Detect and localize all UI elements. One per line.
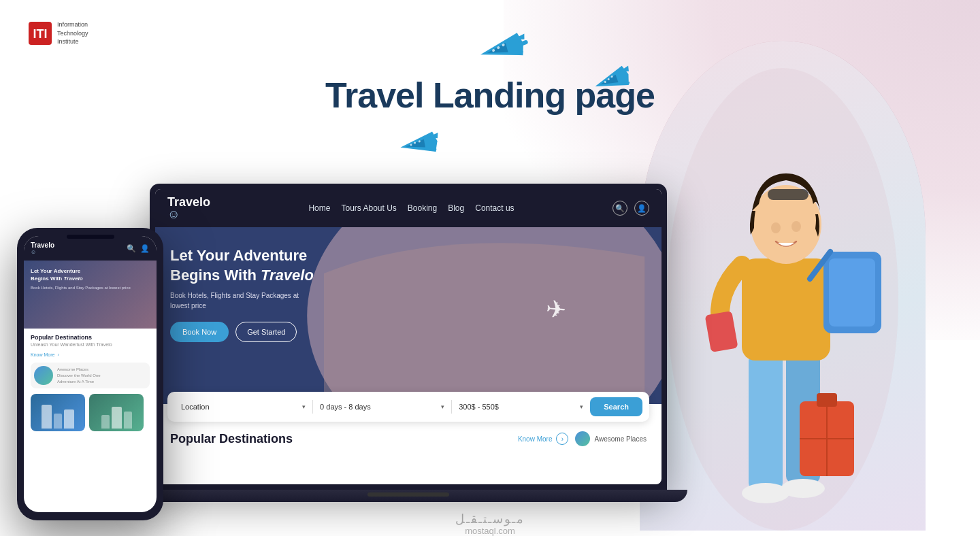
phone-notch [67,235,114,239]
hero-subtitle: Book Hotels, Flights and Stay Packages a… [170,290,306,311]
building-graphic-1 [31,394,85,431]
traveler-body [640,41,926,531]
page-title: Travel Landing page [325,75,655,116]
svg-point-29 [791,221,801,232]
phone-card-avatar [34,366,53,385]
awesome-places: Awesome Places [575,431,647,446]
watermark-url: mostaql.com [465,526,515,536]
price-field[interactable]: 300$ - 550$ ▾ [452,400,590,414]
svg-rect-27 [768,189,808,200]
duration-chevron-icon: ▾ [441,403,444,410]
hero-content: Let Your Adventure Begins With Travelo B… [170,246,647,342]
phone-frame: Travelo ☺ 🔍 👤 Let Your AdventureBegins W… [17,228,163,520]
know-more-arrow-icon: › [556,433,568,445]
phone-hero: Let Your AdventureBegins With Travelo Bo… [24,261,157,329]
nav-link-booking[interactable]: Booking [408,203,437,213]
laptop-base [129,490,687,502]
laptop-screen-outer: Travelo ☺ Home Tours About Us Booking Bl… [150,184,667,490]
laptop-mockup: Travelo ☺ Home Tours About Us Booking Bl… [150,184,667,517]
svg-rect-13 [749,354,783,490]
get-started-button[interactable]: Get Started [235,322,297,342]
phone-screen: Travelo ☺ 🔍 👤 Let Your AdventureBegins W… [24,236,157,512]
traveler-photo-area [619,0,946,531]
building-2-short [101,415,110,429]
building-1-tall [42,405,52,429]
phone-mockup: Travelo ☺ 🔍 👤 Let Your AdventureBegins W… [17,228,163,520]
phone-hero-title: Let Your AdventureBegins With Travelo [31,267,150,282]
phone-image-row [31,394,150,431]
awesome-places-avatar [575,431,590,446]
phone-popular-sub: Unleash Your Wanderlust With Travelo [31,342,150,347]
building-graphic-2 [89,394,144,431]
nav-link-blog[interactable]: Blog [448,203,464,213]
svg-point-28 [771,222,781,233]
phone-logo: Travelo ☺ [31,241,54,255]
phone-body: Popular Destinations Unleash Your Wander… [24,329,157,437]
location-field[interactable]: Location ▾ [174,400,313,414]
location-chevron-icon: ▾ [302,403,306,410]
duration-field[interactable]: 0 days - 8 days ▾ [313,400,452,414]
awesome-places-label: Awesome Places [594,435,647,443]
know-more-section: Know More › Awesome Places [518,431,647,446]
phone-hero-subtitle: Book Hotels, Flights and Stay Packages a… [31,285,150,290]
search-button[interactable]: Search [590,397,642,416]
phone-image-2 [89,394,144,431]
svg-rect-24 [829,258,875,326]
building-1-short [54,414,62,429]
laptop-nav-icons: 🔍 👤 [612,201,649,216]
nav-link-tours[interactable]: Tours About Us [341,203,396,213]
svg-point-16 [781,479,825,498]
building-1-mid [64,409,74,429]
phone-know-more[interactable]: Know More › [31,352,150,357]
know-more-link[interactable]: Know More › [518,433,569,445]
phone-popular-title: Popular Destinations [31,334,150,341]
price-chevron-icon: ▾ [580,403,583,410]
book-now-button[interactable]: Book Now [170,322,229,342]
page-title-area: Travel Landing page [325,75,655,116]
airplane-3-icon [395,128,444,161]
laptop-screen-inner: Travelo ☺ Home Tours About Us Booking Bl… [155,189,662,484]
traveler-figure [640,41,926,531]
svg-text:ITI: ITI [33,27,48,41]
building-2-tall [112,407,122,429]
laptop-site-logo: Travelo ☺ [167,196,210,220]
phone-image-1 [31,394,85,431]
phone-card-row: Awesome Places Discover the World One Ad… [31,363,150,388]
building-2-mid [124,412,132,429]
hero-buttons: Book Now Get Started [170,322,647,342]
traveler-svg [667,68,898,531]
nav-link-contact[interactable]: Contact us [475,203,514,213]
phone-card-info: Awesome Places Discover the World One Ad… [57,367,101,385]
search-bar: Location ▾ 0 days - 8 days ▾ 300$ - 550$… [167,392,649,422]
laptop-hero: ✈ Let Your Adventure Begins With Travelo… [155,227,662,404]
popular-destinations-row: Popular Destinations Know More › Awesome… [155,422,662,452]
airplane-1-icon [473,31,531,68]
nav-link-home[interactable]: Home [308,203,330,213]
phone-nav: Travelo ☺ 🔍 👤 [24,236,157,261]
phone-search-icon[interactable]: 🔍 [127,244,136,253]
travelo-logo-text: Travelo ☺ [167,196,210,220]
laptop-nav: Travelo ☺ Home Tours About Us Booking Bl… [155,189,662,227]
iti-logo-icon: ITI [27,20,53,46]
user-icon[interactable]: 👤 [634,201,649,216]
iti-logo-text: Information Technology Institute [57,20,88,46]
phone-nav-icons: 🔍 👤 [127,244,150,253]
search-icon[interactable]: 🔍 [612,201,627,216]
hero-title: Let Your Adventure Begins With Travelo [170,246,320,285]
laptop-nav-links: Home Tours About Us Booking Blog Contact… [224,203,599,213]
phone-user-icon[interactable]: 👤 [140,244,150,253]
iti-logo: ITI Information Technology Institute [27,20,88,46]
popular-destinations-title: Popular Destinations [170,432,293,446]
